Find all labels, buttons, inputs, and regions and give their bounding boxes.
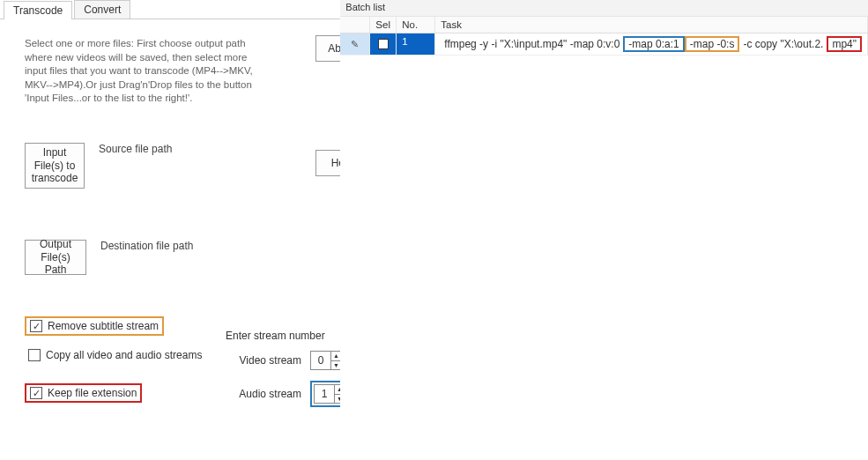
checkbox-icon <box>28 349 41 361</box>
instructions-text: Select one or more files: First choose o… <box>25 37 254 106</box>
checkbox-label: Keep file extension <box>48 387 137 399</box>
video-stream-label: Video stream <box>226 354 301 367</box>
input-files-row: Input File(s) to transcode Source file p… <box>25 143 172 189</box>
audio-stream-label: Audio stream <box>226 388 301 400</box>
video-stream-stepper[interactable]: ▲ ▼ <box>310 351 342 370</box>
row-select-cell[interactable] <box>370 33 397 55</box>
audio-stream-input[interactable] <box>315 385 334 403</box>
video-stream-input[interactable] <box>311 352 330 369</box>
task-map-audio: -map 0:a:1 <box>623 36 684 52</box>
transcode-pane: Select one or more files: First choose o… <box>0 19 340 460</box>
spinner-buttons: ▲ ▼ <box>330 352 341 369</box>
checkbox-label: Remove subtitle stream <box>48 320 159 332</box>
task-map-subtitle: -map -0:s <box>685 36 740 52</box>
right-panel: Batch list Sel No. Task ✎ 1 ffmpeg -y -i… <box>340 0 868 460</box>
row-number-cell: 1 <box>397 33 435 55</box>
row-edit-cell[interactable]: ✎ <box>340 33 370 55</box>
destination-file-path-label: Destination file path <box>100 240 193 252</box>
copy-all-streams-checkbox[interactable]: Copy all video and audio streams <box>25 347 205 363</box>
input-files-button[interactable]: Input File(s) to transcode <box>25 143 85 189</box>
checkbox-icon <box>378 39 389 49</box>
output-path-row: Output File(s) Path Destination file pat… <box>25 240 193 275</box>
checkbox-icon <box>30 387 42 399</box>
keep-file-extension-checkbox[interactable]: Keep file extension <box>25 383 142 403</box>
col-edit-header <box>340 17 370 33</box>
tab-transcode[interactable]: Transcode <box>4 1 72 19</box>
table-row[interactable]: ✎ 1 ffmpeg -y -i "X:\input.mp4" -map 0:v… <box>340 33 868 56</box>
output-path-button[interactable]: Output File(s) Path <box>25 240 86 275</box>
tab-convert[interactable]: Convert <box>74 0 130 19</box>
pencil-icon: ✎ <box>351 39 359 50</box>
checkbox-icon <box>30 320 42 332</box>
col-task-header: Task <box>435 17 868 33</box>
remove-subtitle-checkbox[interactable]: Remove subtitle stream <box>25 316 164 336</box>
task-part: ffmpeg -y -i "X:\input.mp4" -map 0:v:0 <box>441 38 623 50</box>
checkbox-label: Copy all video and audio streams <box>46 349 202 361</box>
row-task-cell: ffmpeg -y -i "X:\input.mp4" -map 0:v:0 -… <box>435 33 868 55</box>
grid-header: Sel No. Task <box>340 17 868 33</box>
col-no-header: No. <box>397 17 435 33</box>
source-file-path-label: Source file path <box>99 143 172 155</box>
task-extension: mp4" <box>827 36 862 52</box>
left-panel: Transcode Convert Select one or more fil… <box>0 0 340 460</box>
batch-grid: Sel No. Task ✎ 1 ffmpeg -y -i "X:\input.… <box>340 17 868 56</box>
tabs: Transcode Convert <box>0 0 340 19</box>
task-part: -c copy "X:\out.2. <box>739 38 827 50</box>
col-sel-header: Sel <box>370 17 397 33</box>
batch-list-title: Batch list <box>340 0 868 17</box>
